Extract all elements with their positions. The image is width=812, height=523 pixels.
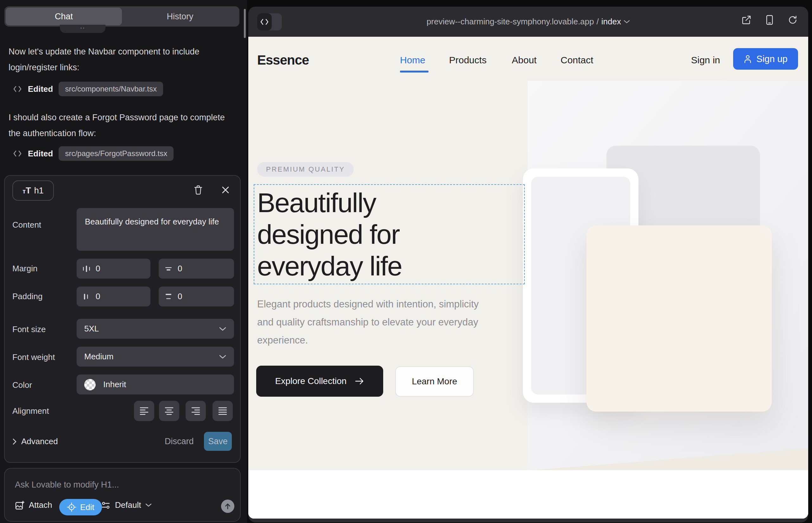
color-select[interactable]: Inherit [77,375,234,395]
padding-label: Padding [12,292,42,301]
mode-select[interactable]: Default [101,500,152,510]
edit-mode-button[interactable]: Edit [59,499,102,516]
refresh-icon[interactable] [788,15,797,25]
padding-x-input[interactable]: 0 [77,287,151,306]
file-badge[interactable]: src/pages/ForgotPassword.tsx [58,146,174,161]
edited-label: Edited [28,149,53,159]
arrow-up-icon [224,503,231,510]
hero-paragraph: Elegant products designed with intention… [257,295,479,349]
url-path: index [601,17,621,26]
close-icon[interactable] [220,184,231,195]
chevron-down-icon [145,503,152,507]
browser-toolbar: preview--charming-site-symphony.lovable.… [248,7,808,37]
tab-chat[interactable]: Chat [6,7,122,25]
code-toggle-button[interactable] [257,13,272,30]
padding-vertical-icon [164,292,173,301]
margin-x-input[interactable]: 0 [77,259,151,278]
trash-icon[interactable] [193,184,204,195]
edited-file-row[interactable]: Edited src/components/Navbar.tsx [13,82,163,96]
edited-file-row[interactable]: Edited src/pages/ForgotPassword.tsx [13,146,174,161]
site-navbar: Essence Home Products About Contact Sign… [248,37,808,81]
font-weight-select[interactable]: Medium [77,347,234,366]
chevron-down-icon [623,20,630,24]
element-tag: h1 [34,186,44,196]
url-separator: / [597,17,599,26]
chat-history-tabs: Chat History [4,6,240,26]
image-plus-icon [15,501,24,510]
color-swatch [84,379,96,390]
element-editor-panel: тT h1 Content Beautifully designed for e… [4,175,241,463]
margin-vertical-icon [164,265,173,273]
edited-label: Edited [28,84,53,94]
sign-up-button[interactable]: Sign up [733,48,798,70]
lovable-sidebar: Chat History .. Now let's update the Nav… [0,0,247,523]
chat-input-card: Ask Lovable to modify H1... Attach Edit … [4,468,241,522]
alignment-label: Alignment [12,406,49,416]
type-icon: тT [22,186,31,196]
active-nav-underline [400,71,428,72]
hero-heading[interactable]: Beautifully designed for everyday life [257,187,460,282]
user-icon [744,54,752,63]
preview-browser-window: preview--charming-site-symphony.lovable.… [248,7,808,522]
mobile-icon[interactable] [766,15,773,25]
nav-link-products[interactable]: Products [449,55,487,66]
chat-message: Now let's update the Navbar component to… [8,44,230,75]
next-section-background [248,470,808,519]
chat-message: I should also create a Forgot Password p… [8,110,230,141]
explore-collection-button[interactable]: Explore Collection [256,366,383,397]
align-justify-button[interactable] [212,401,233,421]
color-label: Color [12,380,32,390]
margin-label: Margin [12,264,37,273]
discard-button[interactable]: Discard [165,437,194,446]
nav-link-home[interactable]: Home [400,55,425,66]
save-button[interactable]: Save [204,432,232,451]
font-size-select[interactable]: 5XL [77,319,234,339]
padding-horizontal-icon [82,292,91,301]
send-button[interactable] [221,500,234,513]
chat-input[interactable]: Ask Lovable to modify H1... [15,480,119,490]
chevron-down-icon [219,327,226,331]
align-right-button[interactable] [186,401,206,421]
arrow-right-icon [355,377,364,385]
align-left-button[interactable] [134,401,154,421]
crosshair-icon [67,502,76,512]
site-viewport: Essence Home Products About Contact Sign… [248,37,808,519]
margin-y-input[interactable]: 0 [159,259,234,278]
padding-y-input[interactable]: 0 [159,287,234,306]
content-input[interactable]: Beautifully designed for everyday life [77,208,234,251]
sliders-icon [101,501,110,510]
file-badge[interactable]: src/components/Navbar.tsx [58,82,163,96]
external-link-icon[interactable] [742,15,751,25]
code-icon [13,85,22,93]
learn-more-button[interactable]: Learn More [395,366,474,397]
align-center-button[interactable] [159,401,179,421]
url-bar[interactable]: preview--charming-site-symphony.lovable.… [248,7,808,37]
url-domain: preview--charming-site-symphony.lovable.… [427,17,594,26]
font-weight-label: Font weight [12,353,55,362]
tab-history[interactable]: History [122,7,238,25]
premium-quality-badge: PREMIUM QUALITY [257,162,354,177]
attach-button[interactable]: Attach [15,500,52,510]
code-icon [13,149,22,158]
site-logo[interactable]: Essence [257,53,309,68]
margin-horizontal-icon [82,265,91,273]
chevron-right-icon [12,438,17,445]
view-toggle [257,13,282,30]
sidebar-scrollbar[interactable] [244,9,246,38]
placeholder-card-cream [586,226,772,412]
content-label: Content [12,220,41,230]
font-size-label: Font size [12,325,46,334]
code-icon [260,18,269,25]
nav-link-about[interactable]: About [512,55,536,66]
chevron-down-icon [219,355,226,359]
advanced-toggle[interactable]: Advanced [12,437,58,446]
nav-link-contact[interactable]: Contact [561,55,593,66]
scrolled-pill: .. [60,25,105,33]
element-tag-badge[interactable]: тT h1 [12,180,54,201]
sign-in-link[interactable]: Sign in [691,55,720,66]
